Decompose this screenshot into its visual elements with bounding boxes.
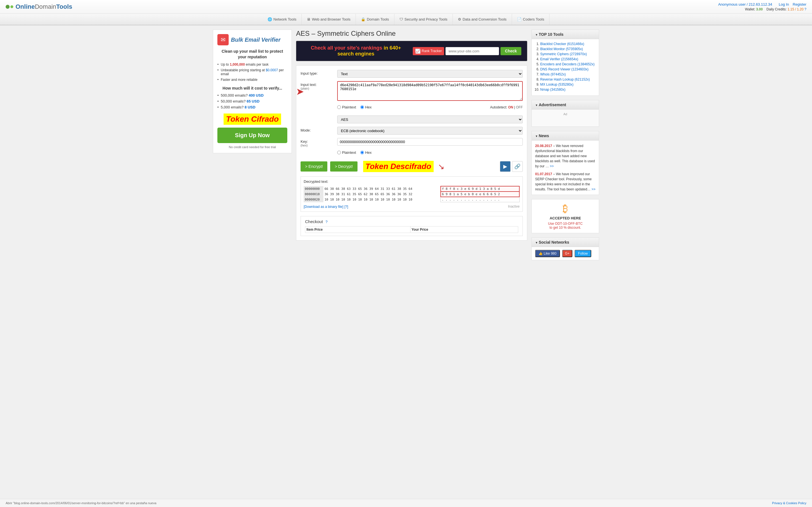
- left-sidebar: ✉ Bulk Email Verifier Clean up your mail…: [213, 30, 292, 265]
- ev-million-link[interactable]: 1,000,000: [230, 62, 245, 66]
- encrypt-button[interactable]: > Encrypt!: [301, 161, 327, 172]
- logo-area: OnlineDomainTools: [6, 3, 72, 10]
- hex-addr-0: 00000000: [304, 186, 323, 191]
- decrypted-label: Decrypted text:: [304, 179, 520, 184]
- mode-select[interactable]: ECB (electronic codebook): [337, 127, 523, 135]
- top10-link-5[interactable]: Encoders and Decoders (1384652x): [540, 62, 595, 66]
- nav-web-browser-tools[interactable]: 🖥 Web and Browser Tools: [302, 14, 356, 25]
- nav-domain-tools[interactable]: 🔒 Domain Tools: [356, 14, 395, 25]
- checkout-table: Item Price Your Price: [305, 226, 518, 233]
- arrow-to-output: ↘: [438, 162, 444, 171]
- hex-data-0: 66 38 66 38 63 33 65 36 39 64 31 33 61 3…: [323, 186, 441, 191]
- input-type-select[interactable]: Text: [337, 70, 523, 78]
- news-date-1: 20.08.2017: [535, 144, 552, 148]
- pricing-500k: 500,000 emails? 400 USD: [217, 93, 287, 98]
- price-65[interactable]: 65 USD: [247, 99, 260, 103]
- news-date-2: 01.07.2017: [535, 172, 552, 176]
- rank-tracker-input[interactable]: [446, 47, 499, 55]
- twitter-follow-button[interactable]: Follow: [574, 250, 591, 257]
- top10-link-8[interactable]: Reverse Hash Lookup (621152x): [540, 77, 590, 81]
- token-descifrado-label: Token Descifrado: [363, 161, 434, 172]
- input-type-row: Input type: Text: [301, 70, 523, 78]
- nav-label-network: Network Tools: [273, 17, 296, 21]
- logo-text[interactable]: OnlineDomainTools: [15, 3, 72, 10]
- top10-link-7[interactable]: Whois (974452x): [540, 72, 566, 76]
- top10-link-1[interactable]: Blacklist Checker (6151466x): [540, 42, 584, 46]
- input-type-label: Input type:: [301, 70, 335, 75]
- download-link[interactable]: [Download as a binary file]: [304, 205, 343, 209]
- ranking-banner: Check all your site's rankings in 640+ s…: [296, 41, 527, 61]
- nav-network-tools[interactable]: 🌐 Network Tools: [262, 14, 302, 25]
- autodetect-off[interactable]: OFF: [516, 105, 523, 109]
- key-input[interactable]: [337, 138, 523, 146]
- social-buttons: 👍 Like 980 G+ Follow: [535, 250, 596, 257]
- play-button[interactable]: ▶: [500, 161, 511, 172]
- hex-table: 00000000 66 38 66 38 63 33 65 36 39 64 3…: [304, 186, 520, 202]
- help-icon[interactable]: ?: [804, 7, 806, 11]
- download-row: [Download as a binary file] [?] Inactive: [304, 205, 520, 209]
- news-title: News: [532, 131, 599, 140]
- checkout-help[interactable]: ?: [326, 220, 327, 224]
- wallet-value: 3.00: [756, 7, 763, 11]
- cipher-select[interactable]: AES: [337, 115, 523, 123]
- format-radio-group: Plaintext Hex Autodetect: ON | OFF: [337, 105, 523, 109]
- user-link[interactable]: Anonymous user / 212.63.112.34: [718, 2, 772, 6]
- top10-item-9: MX Lookup (535280x): [540, 82, 596, 87]
- key-radio-plaintext[interactable]: [337, 151, 341, 154]
- price-8[interactable]: 8 USD: [245, 105, 255, 109]
- mode-control: ECB (electronic codebook): [337, 127, 523, 135]
- news-item-2: 01.07.2017 – We have improved our SERP C…: [535, 172, 596, 192]
- googleplus-button[interactable]: G+: [562, 250, 572, 257]
- ev-price-link[interactable]: $0.0007: [266, 68, 278, 72]
- top10-link-6[interactable]: DNS Record Viewer (1234603x): [540, 67, 589, 71]
- news-link-2[interactable]: >>: [592, 187, 596, 191]
- top-header: OnlineDomainTools Anonymous user / 212.6…: [0, 0, 812, 14]
- hex-ascii-1: 6 9 8 1 a 5 e b 0 e e 6 6 6 5 2: [441, 191, 519, 197]
- no-credit-text: No credit card needed for free trial: [217, 145, 287, 149]
- input-text-row: Input text: (plain) d6e4290d2c411aaf9a77…: [301, 81, 523, 102]
- nav-label-domain: Domain Tools: [367, 17, 389, 21]
- ad-placeholder: Ad: [532, 110, 599, 126]
- news-link-1[interactable]: >>: [550, 164, 554, 168]
- top10-link-3[interactable]: Symmetric Ciphers (2728970x): [540, 52, 587, 56]
- key-format-radio-group: Plaintext Hex: [337, 151, 523, 155]
- login-link[interactable]: Log In: [779, 2, 789, 6]
- key-radio-hex[interactable]: [360, 151, 364, 154]
- cipher-control: AES: [337, 115, 523, 123]
- link-button[interactable]: 🔗: [512, 161, 523, 172]
- top10-link-10[interactable]: Nmap (341580x): [540, 88, 565, 92]
- input-text-area[interactable]: d6e4290d2c411aaf9a778ed20e941318d984ad09…: [337, 81, 523, 101]
- cipher-label: [301, 115, 335, 117]
- signup-button[interactable]: Sign Up Now: [217, 128, 287, 143]
- top10-link-4[interactable]: Email Verifier (2156654x): [540, 57, 578, 61]
- register-link[interactable]: Register: [793, 2, 806, 6]
- decrypt-button[interactable]: > Decrypt!: [330, 161, 357, 172]
- top10-item-3: Symmetric Ciphers (2728970x): [540, 52, 596, 56]
- logo-circle-1: [6, 5, 10, 9]
- key-label: Key: (hex): [301, 138, 335, 147]
- right-sidebar: TOP 10 Tools Blacklist Checker (6151466x…: [531, 30, 599, 265]
- email-verifier-box: ✉ Bulk Email Verifier Clean up your mail…: [213, 30, 292, 153]
- nav-coders-tools[interactable]: 📄 Coders Tools: [512, 14, 550, 25]
- download-hint[interactable]: [?]: [344, 205, 348, 209]
- top10-link-2[interactable]: Blacklist Monitor (5735905x): [540, 47, 583, 51]
- hex-ascii-2: . . . . . . . . . . . . . . . .: [441, 197, 519, 202]
- radio-plaintext[interactable]: [337, 105, 341, 109]
- autodetect-control: Autodetect: ON | OFF: [490, 105, 523, 109]
- radio-hex-label[interactable]: Hex: [360, 105, 371, 109]
- web-browser-icon: 🖥: [307, 17, 310, 21]
- facebook-like-button[interactable]: 👍 Like 980: [535, 250, 560, 257]
- radio-plaintext-label[interactable]: Plaintext: [337, 105, 356, 109]
- bitcoin-box: ₿ ACCEPTED HERE Use ODT-10-OFF-BTC to ge…: [531, 199, 599, 233]
- autodetect-on[interactable]: ON: [508, 105, 513, 109]
- arrow-to-input: ➤: [296, 87, 303, 97]
- nav-data-conversion-tools[interactable]: ⚙ Data and Conversion Tools: [453, 14, 512, 25]
- price-400[interactable]: 400 USD: [249, 93, 264, 98]
- key-radio-hex-label[interactable]: Hex: [360, 151, 371, 155]
- key-radio-plaintext-label[interactable]: Plaintext: [337, 151, 356, 155]
- radio-hex[interactable]: [360, 105, 364, 109]
- top10-link-9[interactable]: MX Lookup (535280x): [540, 82, 573, 87]
- check-button[interactable]: Check: [500, 47, 521, 55]
- nav-security-tools[interactable]: 🛡 Security and Privacy Tools: [395, 14, 453, 25]
- news-section: News 20.08.2017 – We have removed dysfun…: [531, 131, 599, 195]
